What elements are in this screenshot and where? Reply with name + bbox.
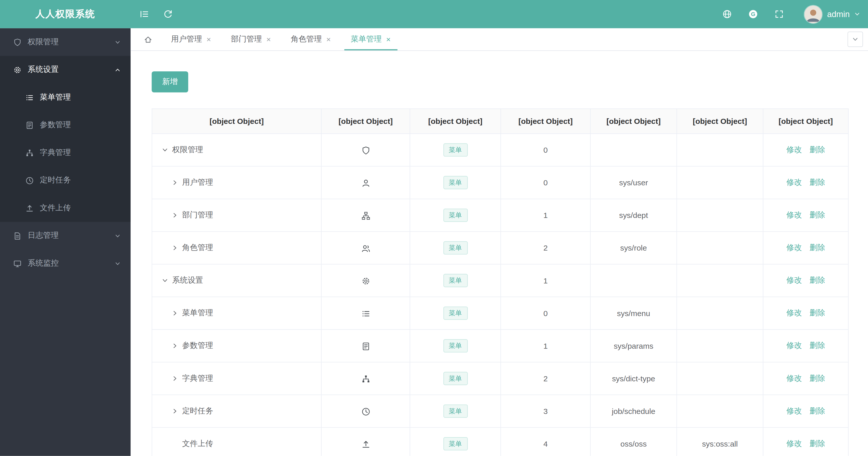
edit-link[interactable]: 修改 (786, 145, 802, 154)
edit-link[interactable]: 修改 (786, 178, 802, 187)
route-value: job/schedule (590, 395, 677, 427)
page-content: 新增 [object Object][object Object][object… (130, 51, 868, 456)
menu-icon (361, 146, 370, 155)
sidebar-item[interactable]: 系统监控 (0, 250, 130, 277)
tab-home[interactable] (135, 28, 161, 51)
delete-link[interactable]: 删除 (810, 178, 825, 187)
perm-value (677, 232, 763, 264)
expand-arrow-icon[interactable] (162, 146, 168, 153)
sort-value: 1 (501, 264, 591, 297)
sidebar-subitem-label: 定时任务 (40, 175, 121, 185)
edit-link[interactable]: 修改 (786, 243, 802, 252)
menu-fold-icon[interactable] (140, 9, 149, 19)
tab-close-icon[interactable]: × (207, 35, 211, 43)
expand-arrow-icon[interactable] (162, 277, 168, 284)
sidebar-subitem[interactable]: 字典管理 (0, 139, 130, 167)
perm-value: sys:oss:all (677, 427, 763, 456)
tabs-overflow-button[interactable] (847, 32, 863, 47)
menu-table: [object Object][object Object][object Ob… (152, 108, 848, 456)
expand-arrow-icon[interactable] (172, 245, 178, 251)
delete-link[interactable]: 删除 (810, 308, 825, 317)
table-header-row: [object Object][object Object][object Ob… (152, 109, 848, 134)
globe-icon[interactable] (722, 9, 732, 19)
tab[interactable]: 菜单管理 × (341, 28, 401, 51)
tab-close-icon[interactable]: × (326, 35, 331, 43)
sidebar-subitem-icon (26, 149, 34, 157)
perm-value (677, 134, 763, 166)
delete-link[interactable]: 删除 (810, 145, 825, 154)
edit-link[interactable]: 修改 (786, 275, 802, 285)
sidebar-subitem[interactable]: 参数管理 (0, 111, 130, 139)
refresh-icon[interactable] (163, 9, 173, 19)
user-menu[interactable]: admin (804, 5, 860, 24)
column-header: [object Object] (501, 109, 591, 134)
delete-link[interactable]: 删除 (810, 275, 825, 285)
route-value: sys/dept (590, 199, 677, 231)
tab[interactable]: 部门管理 × (221, 28, 281, 51)
expand-arrow-icon[interactable] (172, 179, 178, 186)
column-header: [object Object] (677, 109, 763, 134)
type-badge: 菜单 (443, 208, 468, 222)
edit-link[interactable]: 修改 (786, 406, 802, 415)
delete-link[interactable]: 删除 (810, 406, 825, 415)
expand-arrow-icon[interactable] (172, 212, 178, 219)
menu-icon (361, 440, 370, 449)
table-row: 用户管理 菜单 0 sys/user 修改 删除 (152, 166, 848, 199)
edit-link[interactable]: 修改 (786, 210, 802, 219)
route-value (590, 264, 677, 297)
sidebar-subitem[interactable]: 文件上传 (0, 194, 130, 222)
sidebar-item[interactable]: 系统设置 (0, 56, 130, 84)
sidebar-subitem[interactable]: 定时任务 (0, 166, 130, 194)
chevron-down-icon (115, 233, 121, 239)
sidebar-subitem-label: 字典管理 (40, 148, 121, 158)
add-button[interactable]: 新增 (152, 71, 188, 92)
tab-label: 菜单管理 (351, 34, 382, 44)
delete-link[interactable]: 删除 (810, 243, 825, 252)
edit-link[interactable]: 修改 (786, 341, 802, 350)
edit-link[interactable]: 修改 (786, 373, 802, 382)
sort-value: 2 (501, 362, 591, 395)
tab-label: 角色管理 (291, 34, 322, 44)
fullscreen-icon[interactable] (774, 9, 784, 19)
menu-name: 定时任务 (182, 406, 213, 416)
sort-value: 3 (501, 395, 591, 427)
menu-name: 系统设置 (172, 275, 203, 286)
tab[interactable]: 用户管理 × (161, 28, 221, 51)
tab[interactable]: 角色管理 × (281, 28, 341, 51)
type-badge: 菜单 (443, 437, 468, 450)
delete-link[interactable]: 删除 (810, 341, 825, 350)
avatar[interactable] (804, 5, 823, 24)
expand-arrow-icon[interactable] (172, 375, 178, 382)
sidebar-item[interactable]: 权限管理 (0, 28, 130, 56)
type-badge: 菜单 (443, 372, 468, 385)
sidebar-subitem[interactable]: 菜单管理 (0, 84, 130, 111)
perm-value (677, 199, 763, 231)
column-header: [object Object] (410, 109, 501, 134)
expand-arrow-icon[interactable] (172, 343, 178, 349)
sidebar-subitem-icon (26, 93, 34, 102)
source-code-icon[interactable] (748, 9, 758, 19)
edit-link[interactable]: 修改 (786, 439, 802, 448)
main-area: 用户管理 × 部门管理 × 角色管理 × 菜单管理 × 新增 (130, 28, 868, 456)
tab-close-icon[interactable]: × (386, 35, 391, 43)
edit-link[interactable]: 修改 (786, 308, 802, 317)
expand-arrow-icon[interactable] (172, 408, 178, 415)
delete-link[interactable]: 删除 (810, 210, 825, 219)
menu-icon (361, 276, 370, 286)
delete-link[interactable]: 删除 (810, 439, 825, 448)
app-title: 人人权限系统 (0, 8, 130, 21)
route-value: sys/params (590, 330, 677, 362)
sidebar-item-label: 日志管理 (28, 231, 115, 240)
sidebar-group: 日志管理 (0, 222, 130, 250)
expand-arrow-icon[interactable] (172, 310, 178, 317)
delete-link[interactable]: 删除 (810, 373, 825, 382)
sort-value: 1 (501, 330, 591, 362)
tab-bar: 用户管理 × 部门管理 × 角色管理 × 菜单管理 × (130, 28, 868, 51)
perm-value (677, 297, 763, 330)
sidebar-item[interactable]: 日志管理 (0, 222, 130, 250)
header-left-actions (140, 9, 173, 19)
tab-close-icon[interactable]: × (267, 35, 271, 43)
sidebar-group: 系统设置 菜单管理 参数管理 (0, 56, 130, 222)
sidebar-subitem-icon (26, 121, 34, 129)
perm-value (677, 330, 763, 362)
